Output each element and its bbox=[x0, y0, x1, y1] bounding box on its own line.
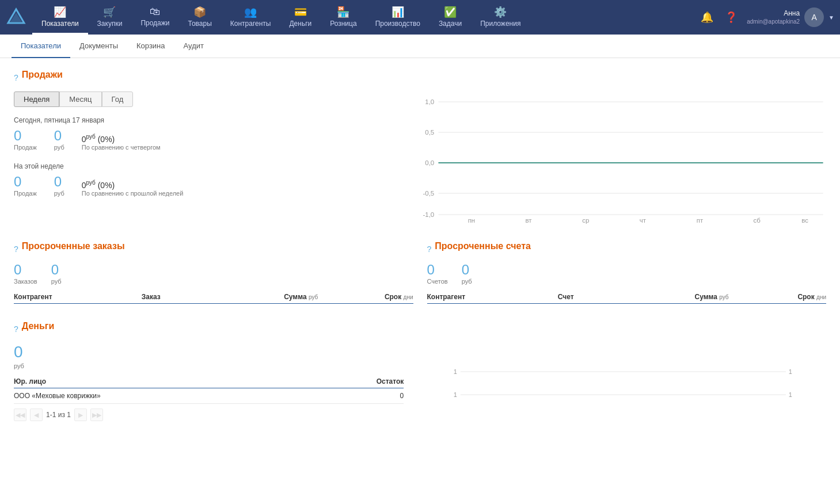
period-btn-неделя[interactable]: Неделя bbox=[14, 91, 59, 107]
svg-text:1,0: 1,0 bbox=[425, 98, 435, 105]
sub-nav-item-korzina[interactable]: Корзина bbox=[127, 35, 174, 58]
dengi-icon: 💳 bbox=[294, 6, 307, 18]
nav-item-zakupki[interactable]: 🛒Закупки bbox=[88, 0, 132, 35]
today-comparison-value: 0руб (0%) bbox=[82, 133, 161, 144]
week-comparison-label: По сравнению с прошлой неделей bbox=[82, 190, 184, 197]
sales-left: НеделяМесяцГод Сегодня, пятница 17 январ… bbox=[14, 91, 404, 224]
money-left: 0 руб Юр. лицо Остаток ООО «Меховые ковр… bbox=[14, 343, 404, 421]
money-table: Юр. лицо Остаток ООО «Меховые коврижки»0 bbox=[14, 375, 404, 404]
col-zakaz: Заказ bbox=[142, 291, 205, 304]
today-orders-value: 0 bbox=[14, 129, 37, 143]
nav-item-proizvodstvo[interactable]: 📊Производство bbox=[366, 0, 429, 35]
today-orders-label: Продаж bbox=[14, 144, 37, 151]
money-help-icon[interactable]: ? bbox=[14, 324, 18, 334]
user-email: admin@apotapkina2 bbox=[747, 18, 800, 25]
period-btn-месяц[interactable]: Месяц bbox=[59, 91, 101, 107]
overdue-invoices-title: Просроченные счета bbox=[435, 241, 531, 251]
svg-text:1: 1 bbox=[789, 368, 792, 375]
svg-text:1: 1 bbox=[454, 368, 457, 375]
money-section-header: ? Деньги bbox=[14, 321, 826, 337]
page-prev-btn[interactable]: ◀ bbox=[30, 408, 43, 421]
col-kontragent-orders: Контрагент bbox=[14, 291, 142, 304]
page-first-btn[interactable]: ◀◀ bbox=[14, 408, 26, 421]
svg-text:пн: пн bbox=[468, 217, 476, 224]
svg-text:-1,0: -1,0 bbox=[423, 211, 435, 218]
overdue-grid: ? Просроченные заказы 0 Заказов 0 руб Ко… bbox=[14, 241, 826, 304]
sales-chart: 1,0 0,5 0,0 -0,5 -1,0 пн вт bbox=[417, 91, 826, 224]
sales-section-header: ? Продажи bbox=[14, 70, 826, 86]
overdue-invoices-help-icon[interactable]: ? bbox=[427, 245, 432, 254]
overdue-invoices-stats: 0 Счетов 0 руб bbox=[427, 263, 827, 285]
pagination-text: 1-1 из 1 bbox=[46, 411, 71, 419]
svg-text:0,0: 0,0 bbox=[425, 159, 435, 166]
nav-item-prilozhenia[interactable]: ⚙️Приложения bbox=[471, 0, 530, 35]
col-ostatok: Остаток bbox=[310, 375, 404, 388]
week-revenue-label: руб bbox=[54, 190, 64, 197]
overdue-orders-header: ? Просроченные заказы bbox=[14, 241, 413, 257]
nav-item-tovary[interactable]: 📦Товары bbox=[179, 0, 221, 35]
tovary-label: Товары bbox=[188, 20, 212, 28]
overdue-invoices-block: ? Просроченные счета 0 Счетов 0 руб Конт… bbox=[427, 241, 827, 304]
nav-right: 🔔 ❓ Анна admin@apotapkina2 А ▼ bbox=[698, 7, 834, 27]
money-row-amount: 0 bbox=[310, 388, 404, 404]
help-icon[interactable]: ❓ bbox=[723, 9, 740, 26]
week-orders-stat: 0 Продаж bbox=[14, 175, 37, 197]
col-summa-orders: Сумма руб bbox=[205, 291, 318, 304]
nav-item-pokazateli[interactable]: 📈Показатели bbox=[32, 0, 88, 35]
kontragenty-icon: 👥 bbox=[244, 6, 257, 18]
sub-nav-item-dokumenty[interactable]: Документы bbox=[70, 35, 127, 58]
sales-chart-svg: 1,0 0,5 0,0 -0,5 -1,0 пн вт bbox=[417, 91, 826, 224]
week-revenue-stat: 0 руб bbox=[54, 175, 64, 197]
money-total-block: 0 bbox=[14, 343, 404, 362]
tovary-icon: 📦 bbox=[193, 6, 206, 18]
nav-item-kontragenty[interactable]: 👥Контрагенты bbox=[221, 0, 280, 35]
week-revenue-value: 0 bbox=[54, 175, 64, 189]
overdue-orders-count-label: Заказов bbox=[14, 278, 37, 285]
today-comparison: 0руб (0%) По сравнению с четвергом bbox=[82, 133, 161, 151]
money-grid: 0 руб Юр. лицо Остаток ООО «Меховые ковр… bbox=[14, 343, 826, 421]
overdue-invoices-count-label: Счетов bbox=[427, 278, 448, 285]
overdue-invoices-count: 0 Счетов bbox=[427, 263, 448, 285]
svg-text:вс: вс bbox=[802, 217, 809, 224]
sub-nav-item-audit[interactable]: Аудит bbox=[174, 35, 213, 58]
main-content: ? Продажи НеделяМесяцГод Сегодня, пятниц… bbox=[0, 58, 840, 499]
col-kontragent-invoices: Контрагент bbox=[427, 291, 558, 304]
svg-text:пт: пт bbox=[697, 217, 703, 224]
svg-text:вт: вт bbox=[526, 217, 532, 224]
nav-item-dengi[interactable]: 💳Деньги bbox=[280, 0, 321, 35]
notifications-icon[interactable]: 🔔 bbox=[698, 9, 716, 26]
zakupki-label: Закупки bbox=[97, 20, 123, 28]
overdue-invoices-header: ? Просроченные счета bbox=[427, 241, 827, 257]
sub-nav: ПоказателиДокументыКорзинаАудит bbox=[0, 35, 840, 58]
money-total-label: руб bbox=[14, 362, 404, 369]
today-subtitle: Сегодня, пятница 17 января bbox=[14, 116, 404, 124]
svg-text:1: 1 bbox=[789, 391, 792, 398]
user-dropdown-icon: ▼ bbox=[828, 14, 834, 21]
kontragenty-label: Контрагенты bbox=[230, 20, 271, 28]
overdue-orders-help-icon[interactable]: ? bbox=[14, 245, 18, 254]
user-menu[interactable]: Анна admin@apotapkina2 А ▼ bbox=[747, 7, 834, 27]
col-schet: Счет bbox=[558, 291, 613, 304]
period-btn-год[interactable]: Год bbox=[102, 91, 134, 107]
today-revenue-value: 0 bbox=[54, 129, 64, 143]
col-summa-invoices: Сумма руб bbox=[613, 291, 729, 304]
nav-item-prodazhi[interactable]: 🛍Продажи bbox=[131, 0, 178, 35]
svg-text:чт: чт bbox=[640, 217, 646, 224]
prodazhi-icon: 🛍 bbox=[150, 6, 160, 18]
nav-item-zadachi[interactable]: ✅Задачи bbox=[429, 0, 471, 35]
period-buttons: НеделяМесяцГод bbox=[14, 91, 404, 107]
week-orders-label: Продаж bbox=[14, 190, 37, 197]
sub-nav-item-pokazateli[interactable]: Показатели bbox=[12, 35, 70, 58]
week-stats-row: 0 Продаж 0 руб 0руб (0%) По сравнению с … bbox=[14, 175, 404, 197]
col-srok-invoices: Срок дни bbox=[729, 291, 826, 304]
logo[interactable] bbox=[6, 7, 26, 28]
overdue-orders-amount-label: руб bbox=[51, 278, 62, 285]
sales-help-icon[interactable]: ? bbox=[14, 73, 18, 82]
page-next-btn[interactable]: ▶ bbox=[74, 408, 87, 421]
overdue-invoices-table: Контрагент Счет Сумма руб Срок дни bbox=[427, 291, 827, 304]
page-last-btn[interactable]: ▶▶ bbox=[90, 408, 103, 421]
nav-item-roznica[interactable]: 🏪Розница bbox=[321, 0, 366, 35]
money-right: 1 1 1 1 bbox=[417, 343, 826, 421]
today-stats-row: 0 Продаж 0 руб 0руб (0%) По сравнению с … bbox=[14, 129, 404, 151]
prodazhi-label: Продажи bbox=[140, 19, 169, 27]
